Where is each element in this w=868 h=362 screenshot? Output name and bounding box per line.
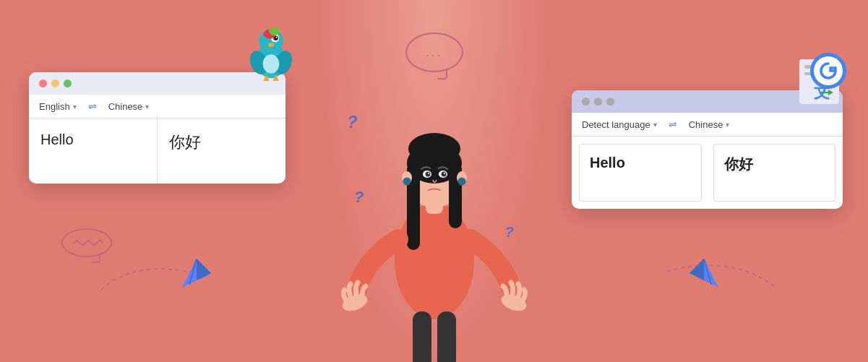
left-lang-to[interactable]: Chinese ▾ bbox=[108, 101, 150, 112]
right-translated-text: 你好 bbox=[724, 156, 753, 172]
right-lang-to-chevron: ▾ bbox=[726, 121, 729, 129]
dot-red bbox=[39, 79, 47, 87]
left-translation-area: Hello 你好 bbox=[29, 118, 285, 184]
paper-plane-right bbox=[687, 257, 720, 290]
left-source-text: Hello bbox=[40, 132, 74, 147]
svg-rect-47 bbox=[437, 311, 456, 362]
right-dot-2 bbox=[594, 98, 602, 105]
left-lang-to-label: Chinese bbox=[108, 101, 143, 112]
left-source-cell: Hello bbox=[29, 118, 158, 184]
left-lang-to-chevron: ▾ bbox=[145, 103, 149, 111]
right-swap-icon[interactable]: ⇌ bbox=[669, 118, 677, 130]
svg-point-21 bbox=[814, 56, 843, 85]
svg-marker-2 bbox=[197, 259, 211, 280]
svg-point-42 bbox=[403, 178, 411, 186]
left-lang-bar: English ▾ ⇌ Chinese ▾ bbox=[29, 95, 285, 118]
right-app-window: 文 Detect language ▾ ⇌ Chinese ▾ Hello bbox=[572, 90, 843, 209]
right-dot-1 bbox=[582, 98, 590, 105]
svg-point-25 bbox=[395, 203, 474, 319]
right-translated-cell: 你好 bbox=[713, 144, 836, 202]
dot-yellow bbox=[51, 79, 59, 87]
dot-green bbox=[64, 79, 72, 87]
svg-point-15 bbox=[269, 27, 280, 35]
svg-point-37 bbox=[444, 173, 445, 174]
right-lang-to[interactable]: Chinese ▾ bbox=[689, 119, 730, 130]
right-source-cell: Hello bbox=[579, 144, 702, 202]
svg-point-13 bbox=[276, 37, 278, 38]
squiggle-icon bbox=[71, 236, 103, 250]
right-translation-area: Hello 你好 bbox=[572, 137, 843, 209]
paper-plane-left bbox=[181, 257, 213, 290]
svg-point-16 bbox=[263, 54, 280, 73]
svg-point-34 bbox=[428, 173, 429, 174]
right-lang-bar: Detect language ▾ ⇌ Chinese ▾ bbox=[572, 113, 843, 137]
left-lang-from-label: English bbox=[39, 101, 70, 112]
right-window-body: Detect language ▾ ⇌ Chinese ▾ Hello 你好 bbox=[572, 113, 843, 209]
right-dot-3 bbox=[606, 98, 614, 105]
left-lang-from-chevron: ▾ bbox=[73, 103, 77, 111]
svg-point-36 bbox=[441, 172, 446, 177]
google-translate-icon: 文 bbox=[788, 51, 850, 108]
parrot-mascot bbox=[242, 23, 300, 81]
right-lang-to-label: Chinese bbox=[689, 119, 723, 130]
right-lang-from-chevron: ▾ bbox=[653, 121, 657, 129]
svg-point-31 bbox=[408, 133, 460, 165]
left-window-body: English ▾ ⇌ Chinese ▾ Hello 你好 bbox=[29, 95, 285, 184]
speech-bubble-left bbox=[61, 228, 112, 257]
svg-marker-5 bbox=[689, 259, 704, 280]
person-illustration bbox=[340, 51, 528, 362]
left-translated-cell: 你好 bbox=[158, 118, 286, 184]
left-app-window: English ▾ ⇌ Chinese ▾ Hello 你好 bbox=[29, 72, 285, 184]
left-swap-icon[interactable]: ⇌ bbox=[88, 100, 97, 112]
right-source-text: Hello bbox=[590, 155, 625, 171]
left-lang-from[interactable]: English ▾ bbox=[39, 101, 77, 112]
svg-point-33 bbox=[425, 172, 430, 177]
dashed-arc-right bbox=[658, 250, 781, 297]
svg-rect-46 bbox=[413, 311, 431, 362]
right-lang-from-label: Detect language bbox=[582, 119, 650, 130]
svg-point-43 bbox=[457, 178, 465, 186]
left-translated-text: 你好 bbox=[169, 133, 201, 151]
right-lang-from[interactable]: Detect language ▾ bbox=[582, 119, 657, 130]
